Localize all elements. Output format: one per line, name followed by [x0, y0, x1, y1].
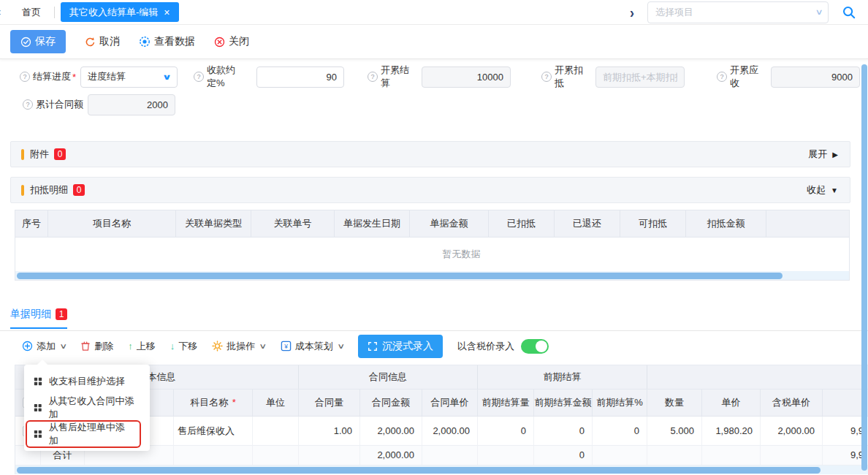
- tax-entry-label: 以含税价录入: [457, 340, 514, 353]
- help-icon: ?: [541, 72, 552, 82]
- cost-plan-icon: ¥: [281, 341, 292, 352]
- menu-item-subject-maintain[interactable]: 收支科目维护选择: [24, 368, 150, 395]
- col-subject-name: 科目名称 *: [174, 390, 253, 416]
- save-button[interactable]: 保存: [10, 30, 66, 53]
- close-button[interactable]: 关闭: [214, 35, 249, 48]
- col-deduct-amount: 扣抵金额: [686, 210, 766, 237]
- help-icon: ?: [717, 72, 727, 82]
- accum-deduct-input: [595, 66, 685, 88]
- tab-scroll-next-icon[interactable]: ›: [630, 4, 634, 20]
- group-contract-info: 合同信息: [299, 365, 478, 389]
- section-accent-bar: [21, 185, 24, 196]
- cell-contract-amount: 2,000.00: [360, 417, 422, 445]
- total-empty: [761, 446, 823, 465]
- deduction-table: 序号 项目名称 关联单据类型 关联单号 单据发生日期 单据金额 已扣抵 已退还 …: [15, 210, 850, 281]
- help-icon: ?: [20, 72, 30, 82]
- grid-icon: [34, 430, 42, 438]
- vertical-scrollbar-thumb[interactable]: [861, 64, 867, 471]
- help-icon: ?: [368, 72, 378, 82]
- cell-contract-qty: 1.00: [299, 417, 360, 445]
- total-empty: [299, 446, 360, 465]
- chevron-down-icon: ∨: [815, 7, 823, 17]
- view-data-button[interactable]: 查看数据: [139, 35, 195, 48]
- payment-pct-label: ? 收款约定%: [194, 64, 256, 90]
- cell-prev-amount: 0: [534, 417, 593, 445]
- col-contract-amount: 合同金额: [360, 390, 422, 416]
- menu-item-from-aftersales-order[interactable]: 从售后处理单中添加: [27, 422, 140, 446]
- deduction-collapse-toggle[interactable]: 收起 ▼: [807, 183, 838, 197]
- col-doc-amount: 单据金额: [410, 210, 489, 237]
- accum-contract-label: ? 累计合同额: [10, 98, 88, 111]
- col-contract-qty: 合同量: [299, 390, 360, 416]
- accum-receivable-input: [771, 66, 860, 88]
- move-down-button[interactable]: ↓ 下移: [170, 340, 198, 353]
- attachment-expand-toggle[interactable]: 展开 ▶: [808, 148, 838, 161]
- add-dropdown-menu: 收支科目维护选择 从其它收入合同中添加 从售后处理单中添加: [24, 365, 150, 451]
- group-prev-settlement: 前期结算: [478, 365, 647, 389]
- add-button[interactable]: 添加 ∨: [22, 340, 66, 353]
- payment-pct-input[interactable]: [256, 66, 344, 88]
- hscrollbar-thumb[interactable]: [17, 467, 821, 474]
- col-remark: 摘要: [766, 210, 850, 237]
- cell-tax-price: 2,000.00: [761, 417, 823, 445]
- tab-detail-lines[interactable]: 单据明细 1: [10, 308, 67, 329]
- menu-item-from-other-income-contract[interactable]: 从其它收入合同中添加: [24, 395, 150, 421]
- plus-circle-icon: [22, 341, 33, 352]
- cell-price: 1,980.20: [702, 417, 761, 445]
- cost-plan-button[interactable]: ¥ 成本策划 ∨: [281, 340, 343, 353]
- tab-close-icon[interactable]: ×: [164, 7, 170, 18]
- tab-home[interactable]: 首页: [15, 6, 48, 19]
- tab-active-document[interactable]: 其它收入结算单-编辑 ×: [61, 2, 179, 22]
- col-unit: 单位: [253, 390, 299, 416]
- tax-entry-toggle[interactable]: [521, 339, 549, 354]
- section-accent-bar: [21, 149, 24, 160]
- col-returned: 已退还: [555, 210, 620, 237]
- col-price: 单价: [702, 390, 761, 416]
- accum-settle-input: [422, 66, 511, 88]
- arrow-up-icon: ↑: [128, 341, 133, 352]
- immersive-entry-button[interactable]: 沉浸式录入: [358, 335, 443, 358]
- col-related-doc-no: 关联单号: [251, 210, 335, 237]
- svg-text:¥: ¥: [283, 343, 288, 350]
- accum-settle-label: ? 开累结算: [368, 64, 422, 90]
- settle-progress-value: 进度结算: [88, 70, 126, 83]
- save-label: 保存: [35, 35, 56, 48]
- action-toolbar: 保存 取消 查看数据 关闭: [0, 25, 868, 59]
- detail-table-hscrollbar[interactable]: [15, 466, 868, 474]
- batch-ops-button[interactable]: 批操作 ∨: [212, 340, 265, 353]
- immersive-label: 沉浸式录入: [382, 340, 433, 353]
- cell-contract-price: 2,000.00: [422, 417, 478, 445]
- cancel-button[interactable]: 取消: [85, 35, 120, 48]
- col-seq: 序号: [15, 210, 48, 237]
- col-project-name: 项目名称: [48, 210, 176, 237]
- move-up-button[interactable]: ↑ 上移: [128, 340, 156, 353]
- tab-divider: [54, 7, 55, 18]
- fullscreen-brackets-icon: [368, 341, 378, 352]
- accum-contract-input: [88, 94, 175, 115]
- deduction-section-bar: 扣抵明细 0 收起 ▼: [10, 177, 850, 203]
- settle-progress-select[interactable]: 进度结算 ∨: [80, 66, 178, 88]
- total-empty: [478, 446, 534, 465]
- search-icon[interactable]: [842, 5, 856, 20]
- total-contract-amount: 2,000.00: [360, 446, 422, 465]
- view-data-label: 查看数据: [154, 35, 195, 48]
- hscrollbar-thumb[interactable]: [17, 273, 783, 279]
- detail-count-badge: 1: [56, 308, 67, 320]
- tab-list-collapse-icon[interactable]: «: [0, 5, 1, 18]
- col-deductible: 可扣抵: [620, 210, 686, 237]
- delete-button[interactable]: 删除: [80, 340, 113, 353]
- col-deducted: 已扣抵: [489, 210, 555, 237]
- chevron-down-icon: ∨: [162, 72, 172, 82]
- project-select-input[interactable]: [655, 7, 816, 18]
- settle-progress-label: ? 结算进度 *: [10, 70, 80, 83]
- caret-down-icon: ▼: [831, 186, 838, 194]
- caret-right-icon: ▶: [832, 151, 838, 159]
- chevron-down-icon: ∨: [259, 342, 267, 350]
- deduction-table-hscrollbar[interactable]: [15, 271, 849, 280]
- detail-tab-label: 单据明细: [10, 308, 51, 321]
- toggle-knob: [536, 341, 547, 352]
- required-mark: *: [72, 72, 76, 83]
- total-empty: [702, 446, 761, 465]
- project-select[interactable]: ∨: [647, 1, 829, 23]
- col-related-doc-type: 关联单据类型: [176, 210, 251, 237]
